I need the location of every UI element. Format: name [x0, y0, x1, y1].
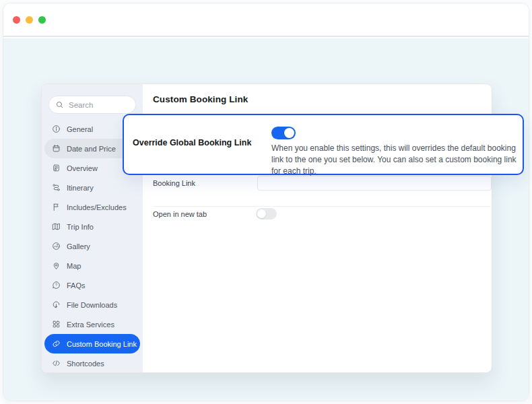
link-icon: [52, 339, 61, 348]
pin-icon: [52, 261, 61, 270]
sidebar-item-label: File Downloads: [67, 301, 117, 309]
toggle-knob: [284, 128, 294, 138]
image-icon: [52, 242, 61, 250]
minimize-button[interactable]: [26, 16, 33, 24]
sidebar-item-label: Custom Booking Link: [67, 340, 137, 348]
sidebar-item-gallery[interactable]: Gallery: [44, 236, 140, 256]
sidebar-item-label: Itinerary: [67, 184, 94, 192]
map-icon: [52, 222, 61, 231]
sidebar-item-extra-services[interactable]: Extra Services: [44, 314, 140, 334]
open-new-tab-toggle[interactable]: [256, 208, 277, 220]
sidebar-item-file-downloads[interactable]: File Downloads: [44, 295, 140, 314]
panel-header: Custom Booking Link: [143, 84, 492, 114]
search-icon: [55, 100, 64, 109]
sidebar-item-map[interactable]: Map: [44, 256, 140, 275]
sidebar-item-itinerary[interactable]: Itinerary: [44, 178, 140, 197]
override-label: Override Global Booking Link: [133, 138, 251, 147]
sidebar-item-label: Trip Info: [67, 223, 94, 231]
open-new-tab-label: Open in new tab: [153, 210, 207, 218]
sidebar-item-label: Overview: [67, 164, 98, 172]
booking-link-input[interactable]: [257, 176, 492, 191]
question-bubble-icon: ?: [52, 281, 61, 290]
row-divider: [153, 206, 490, 207]
download-cloud-icon: [52, 300, 61, 309]
sidebar-item-trip-info[interactable]: Trip Info: [44, 217, 140, 236]
sidebar-item-includes-excludes[interactable]: Includes/Excludes: [44, 197, 140, 217]
svg-text:?: ?: [55, 283, 57, 287]
sidebar-item-shortcodes[interactable]: Shortcodes: [44, 354, 140, 373]
screenshot-stage: GeneralDate and PriceOverviewItineraryIn…: [0, 0, 532, 404]
calendar-icon: [52, 144, 61, 153]
document-icon: [52, 164, 61, 172]
toggle-knob: [257, 209, 266, 218]
sidebar-item-label: Includes/Excludes: [67, 203, 127, 211]
window-content: GeneralDate and PriceOverviewItineraryIn…: [3, 38, 529, 401]
search-input[interactable]: [69, 101, 128, 109]
sidebar-item-custom-booking-link[interactable]: Custom Booking Link: [44, 334, 140, 354]
grid-icon: [52, 320, 61, 329]
override-help-text: When you enable this settings, this will…: [271, 143, 522, 177]
override-toggle[interactable]: [271, 127, 296, 139]
sidebar-item-label: Shortcodes: [67, 360, 104, 368]
booking-link-label: Booking Link: [153, 179, 195, 187]
app-window: GeneralDate and PriceOverviewItineraryIn…: [3, 3, 529, 401]
sidebar-item-label: Gallery: [67, 242, 90, 250]
sidebar-item-label: Extra Services: [67, 321, 114, 329]
sidebar-item-label: General: [67, 125, 93, 133]
close-button[interactable]: [13, 16, 20, 24]
titlebar: [3, 3, 529, 37]
search-box[interactable]: [48, 96, 136, 114]
flag-icon: [52, 203, 61, 211]
page-title: Custom Booking Link: [153, 84, 248, 114]
override-callout: Override Global Booking Link When you en…: [123, 114, 524, 175]
route-icon: [52, 183, 61, 192]
info-icon: [52, 125, 61, 133]
maximize-button[interactable]: [38, 16, 46, 24]
sidebar-item-label: FAQs: [67, 281, 86, 290]
sidebar-item-label: Date and Price: [67, 145, 116, 153]
sidebar-item-faqs[interactable]: ?FAQs: [44, 275, 140, 295]
code-icon: [52, 359, 61, 368]
sidebar-item-label: Map: [67, 262, 81, 270]
